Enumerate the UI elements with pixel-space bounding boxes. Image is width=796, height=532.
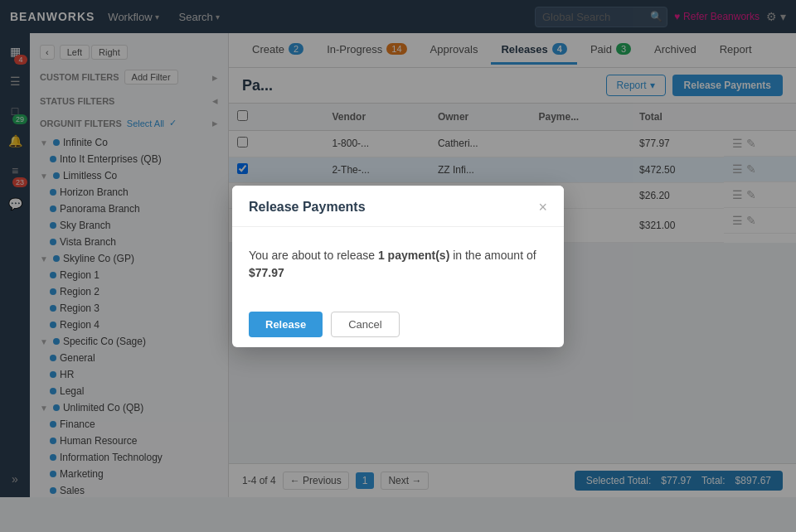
modal-header: Release Payments ×	[232, 186, 564, 227]
modal-close-btn[interactable]: ×	[538, 199, 547, 216]
modal-release-btn[interactable]: Release	[249, 312, 323, 337]
payment-count-text: 1 payment(s)	[378, 249, 449, 262]
release-payments-modal: Release Payments × You are about to rele…	[232, 186, 564, 347]
modal-cancel-btn[interactable]: Cancel	[331, 312, 399, 337]
modal-body: You are about to release 1 payment(s) in…	[232, 227, 564, 302]
modal-footer: Release Cancel	[232, 302, 564, 347]
modal-overlay: Release Payments × You are about to rele…	[0, 0, 796, 532]
payment-amount-text: $77.97	[249, 266, 284, 279]
modal-title: Release Payments	[249, 200, 366, 215]
